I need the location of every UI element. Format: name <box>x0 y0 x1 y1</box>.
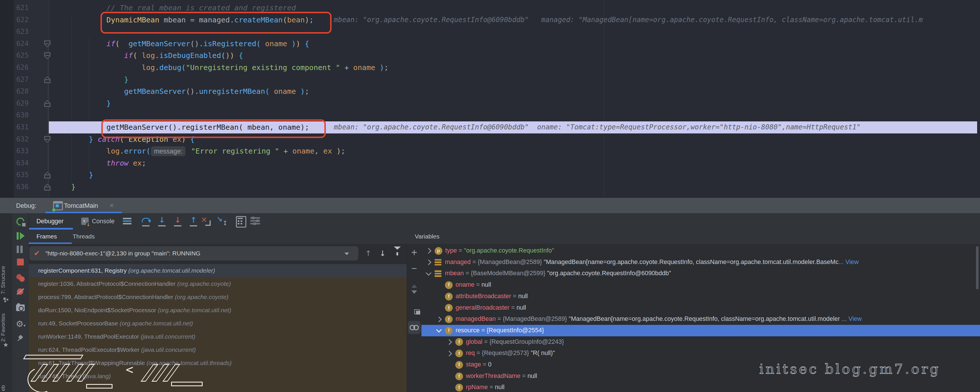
toolwindow-structure[interactable]: 7: Structure <box>0 266 12 294</box>
chevron-right-icon[interactable] <box>426 259 431 265</box>
tab-console[interactable]: Console <box>92 213 115 230</box>
view-breakpoints-icon[interactable] <box>16 274 25 282</box>
tab-frames[interactable]: Frames <box>37 230 57 244</box>
code-line[interactable]: 635 } <box>0 169 980 181</box>
move-down-icon[interactable] <box>407 294 422 299</box>
variable-row[interactable]: frpName = null <box>422 382 980 392</box>
code-line[interactable]: 626 log.debug("Unregistering existing co… <box>0 62 980 74</box>
tab-debugger[interactable]: Debugger <box>37 213 64 230</box>
view-link[interactable]: View <box>845 259 859 265</box>
chevron-right-icon[interactable] <box>446 339 452 345</box>
variable-row[interactable]: ptype = "org.apache.coyote.RequestInfo" <box>422 245 980 257</box>
code-text[interactable]: if( log.isDebugEnabled()) { <box>71 50 243 62</box>
next-frame-icon[interactable]: ↓ <box>380 246 386 260</box>
variable-row[interactable]: managed = {ManagedBean@2589} "ManagedBea… <box>422 257 980 268</box>
fold-region-end-icon[interactable] <box>44 76 51 83</box>
glasses-icon <box>410 325 419 329</box>
code-text[interactable]: log.error(message: "Error registering " … <box>71 145 345 157</box>
show-watches-toggle[interactable] <box>408 321 420 334</box>
mute-breakpoints-icon[interactable] <box>16 288 24 296</box>
resume-program-icon[interactable] <box>17 232 25 240</box>
hide-frames-filter-icon[interactable] <box>394 250 401 256</box>
step-over-icon[interactable] <box>141 216 151 227</box>
previous-frame-icon[interactable]: ↑ <box>365 246 371 260</box>
run-to-cursor-icon[interactable]: ↘I <box>216 216 227 227</box>
variables-scrollbar[interactable] <box>976 246 978 289</box>
variable-row[interactable]: fresource = {RequestInfo@2554} <box>422 325 980 336</box>
code-text[interactable]: throw ex; <box>71 157 146 169</box>
code-line[interactable]: 633 log.error(message: "Error registerin… <box>0 145 980 157</box>
thread-dump-camera-icon[interactable] <box>16 305 25 311</box>
variable-value: ... <box>838 259 845 265</box>
settings-gear-icon[interactable]: ⚙▾ <box>16 319 25 329</box>
variable-row[interactable]: fgeneralBroadcaster = null <box>422 302 980 314</box>
dropdown-caret-icon <box>344 252 349 255</box>
code-text[interactable]: } <box>71 74 129 86</box>
stack-frame[interactable]: register:1036, AbstractProtocol$Connecti… <box>29 277 407 290</box>
code-line[interactable]: 624 if( getMBeanServer().isRegistered( o… <box>0 38 980 50</box>
variable-name: managedBean <box>455 315 496 322</box>
line-number: 626 <box>0 62 29 74</box>
chevron-right-icon[interactable] <box>446 351 452 356</box>
add-watch-icon[interactable]: + <box>407 248 422 258</box>
code-line[interactable]: 625 if( log.isDebugEnabled()) { <box>0 50 980 62</box>
code-text[interactable]: getMBeanServer().unregisterMBean( oname … <box>71 86 309 98</box>
fold-region-end-icon[interactable] <box>44 171 51 178</box>
variable-value: = <box>481 361 488 368</box>
chevron-down-icon[interactable] <box>436 327 442 333</box>
stack-frame[interactable]: runWorker:1149, ThreadPoolExecutor (java… <box>29 330 407 343</box>
stack-frame[interactable]: process:799, AbstractProtocol$Connection… <box>29 290 407 304</box>
code-text[interactable]: } <box>71 169 93 181</box>
fold-region-start-icon[interactable] <box>44 52 51 59</box>
chevron-right-icon[interactable] <box>426 248 431 254</box>
layout-settings-icon[interactable] <box>250 217 260 225</box>
variable-row[interactable]: fattributeBroadcaster = null <box>422 291 980 302</box>
thread-selector-dropdown[interactable]: ✔ "http-nio-8080-exec-1"@2,130 in group … <box>29 246 358 260</box>
force-step-into-icon[interactable]: ↓ <box>172 216 183 227</box>
drop-frame-icon[interactable]: ✕ <box>201 216 211 227</box>
variable-row[interactable]: fglobal = {RequestGroupInfo@2243} <box>422 336 980 348</box>
variable-value: = <box>511 293 519 300</box>
chevron-right-icon[interactable] <box>436 316 442 322</box>
variable-name: oname <box>455 281 474 288</box>
code-editor[interactable]: 621 // The real mbean is created and reg… <box>0 0 980 197</box>
rerun-icon[interactable] <box>16 217 25 226</box>
fold-region-end-icon[interactable] <box>44 184 51 190</box>
show-execution-point-icon[interactable] <box>123 217 132 226</box>
move-up-icon[interactable] <box>407 279 422 285</box>
variable-row[interactable]: freq = {Request@2573} "R( null)" <box>422 348 980 359</box>
stack-frame[interactable]: doRun:1500, NioEndpoint$SocketProcessor … <box>29 304 407 317</box>
step-into-icon[interactable]: ↓ <box>157 216 167 227</box>
step-out-icon[interactable]: ↑ <box>188 216 199 227</box>
code-line[interactable]: 627 } <box>0 74 980 86</box>
code-line[interactable]: 634 throw ex; <box>0 157 980 169</box>
variable-value: {BaseModelMBean@2599} <box>471 270 547 277</box>
pause-program-icon[interactable] <box>17 246 24 253</box>
code-text[interactable]: if( getMBeanServer().isRegistered( oname… <box>71 38 309 50</box>
remove-watch-icon[interactable]: − <box>407 263 422 273</box>
toolwindow-favorites[interactable]: 2: Favorites <box>0 313 12 342</box>
close-tab-icon[interactable]: × <box>110 198 114 213</box>
stack-frame[interactable]: run:49, SocketProcessorBase (org.apache.… <box>29 317 407 330</box>
variable-row[interactable]: mbean = {BaseModelMBean@2599} "org.apach… <box>422 268 980 279</box>
fold-region-start-icon[interactable] <box>44 136 51 143</box>
code-text[interactable]: } <box>71 98 111 110</box>
variable-row[interactable]: foname = null <box>422 279 980 291</box>
code-line[interactable]: 628 getMBeanServer().unregisterMBean( on… <box>0 86 980 98</box>
tab-threads[interactable]: Threads <box>73 230 95 244</box>
variable-value: null <box>516 304 526 311</box>
code-text[interactable]: } <box>71 181 75 193</box>
code-line[interactable]: 629 } <box>0 98 980 110</box>
tab-session-tomcatmain[interactable]: TomcatMain × <box>45 198 129 214</box>
pin-icon[interactable] <box>16 335 24 342</box>
variable-row[interactable]: fmanagedBean = {ManagedBean@2589} "Manag… <box>422 313 980 325</box>
fold-region-start-icon[interactable] <box>44 40 51 48</box>
code-line[interactable]: 636} <box>0 181 980 193</box>
stop-icon[interactable] <box>17 259 24 265</box>
view-link[interactable]: View <box>848 315 862 322</box>
code-text[interactable]: log.debug("Unregistering existing compon… <box>71 62 388 74</box>
fold-region-end-icon[interactable] <box>44 100 51 107</box>
stack-frame[interactable]: registerComponent:631, Registry (org.apa… <box>29 264 407 277</box>
chevron-down-icon[interactable] <box>426 270 431 276</box>
evaluate-expression-icon[interactable] <box>236 216 246 228</box>
